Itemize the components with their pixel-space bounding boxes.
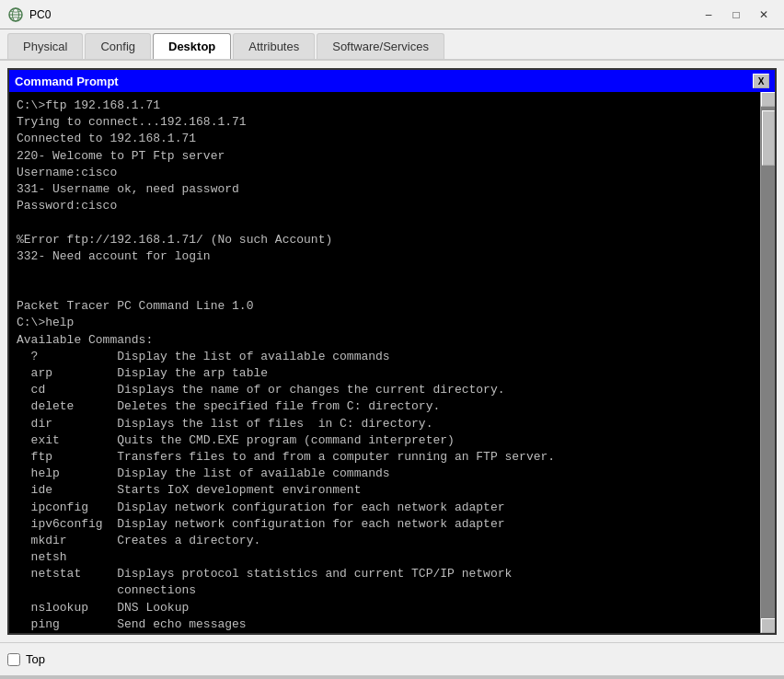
tab-desktop[interactable]: Desktop	[153, 33, 231, 59]
close-button[interactable]: ✕	[751, 5, 777, 25]
main-content: Command Prompt X C:\>ftp 192.168.1.71 Tr…	[0, 61, 784, 642]
top-checkbox-label: Top	[26, 652, 45, 666]
maximize-button[interactable]: □	[723, 5, 749, 25]
bottom-bar: Top	[0, 642, 784, 675]
scrollbar-track[interactable]	[761, 107, 775, 618]
cmd-body[interactable]: C:\>ftp 192.168.1.71 Trying to connect..…	[9, 92, 775, 633]
cmd-output[interactable]: C:\>ftp 192.168.1.71 Trying to connect..…	[9, 92, 760, 633]
cmd-title: Command Prompt	[15, 75, 119, 88]
app-icon	[7, 6, 24, 23]
scrollbar-thumb[interactable]	[762, 110, 775, 166]
cmd-titlebar: Command Prompt X	[9, 70, 775, 92]
tab-software-services[interactable]: Software/Services	[317, 33, 444, 59]
tab-attributes[interactable]: Attributes	[233, 33, 315, 59]
window-title: PC0	[29, 8, 696, 21]
title-bar: PC0 – □ ✕	[0, 0, 784, 29]
scrollbar-up-button[interactable]: ▲	[761, 92, 775, 107]
minimize-button[interactable]: –	[696, 5, 721, 25]
scrollbar-down-button[interactable]: ▼	[761, 618, 775, 633]
tab-physical[interactable]: Physical	[7, 33, 83, 59]
cmd-scrollbar[interactable]: ▲ ▼	[760, 92, 775, 633]
window-controls: – □ ✕	[696, 5, 777, 25]
tab-config[interactable]: Config	[85, 33, 151, 59]
top-checkbox-wrap[interactable]: Top	[7, 652, 45, 666]
cmd-window: Command Prompt X C:\>ftp 192.168.1.71 Tr…	[7, 68, 777, 635]
top-checkbox[interactable]	[7, 653, 20, 666]
cmd-close-button[interactable]: X	[753, 74, 769, 88]
tab-bar: Physical Config Desktop Attributes Softw…	[0, 29, 784, 61]
